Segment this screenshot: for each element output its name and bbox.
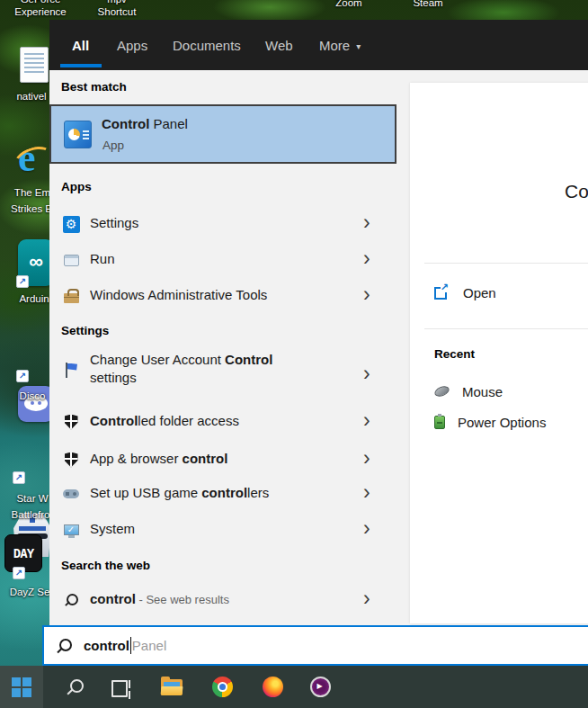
run-window-icon [64, 255, 79, 266]
divider [424, 328, 588, 329]
control-panel-icon [64, 121, 92, 148]
search-input-value: control [84, 638, 129, 653]
search-icon [57, 638, 73, 654]
tab-more[interactable]: More▾ [319, 37, 361, 56]
taskbar-search-button[interactable] [55, 666, 94, 708]
tab-apps[interactable]: Apps [117, 37, 147, 55]
label-hint: - See web results [136, 593, 229, 606]
result-label: Set up USB game controllers [90, 484, 269, 502]
tab-all[interactable]: All [72, 37, 89, 55]
section-header-settings: Settings [61, 324, 109, 337]
media-player-classic-icon [310, 677, 331, 697]
monitor-icon: ✓ [64, 524, 79, 535]
tab-web[interactable]: Web [265, 37, 293, 55]
search-input-suggestion: Panel [132, 638, 166, 653]
firefox-button[interactable] [253, 666, 292, 708]
result-row-admin-tools[interactable]: Windows Administrative Tools › [49, 277, 396, 313]
result-label: Settings [90, 214, 138, 232]
recent-header: Recent [434, 347, 475, 361]
result-row-system[interactable]: ✓ System › [49, 511, 396, 547]
result-row-controlled-folder-access[interactable]: Controlled folder access › [49, 403, 396, 439]
open-action[interactable]: Open [463, 281, 496, 306]
desktop-label-geforce: GeForce [11, 0, 70, 4]
chevron-right-icon: › [363, 246, 370, 271]
start-button[interactable] [0, 666, 43, 708]
label-match: control [90, 591, 136, 606]
desktop-label-dayz: DayZ Se [4, 587, 56, 597]
result-label: Run [90, 250, 115, 268]
desktop-label-zoom: Zoom [331, 0, 367, 8]
result-row-usb-game-controllers[interactable]: Set up USB game controllers › [49, 475, 396, 511]
best-match-subtitle: App [102, 139, 124, 152]
result-label: Controlled folder access [90, 412, 239, 430]
flag-icon [65, 363, 77, 378]
label-match: control [183, 451, 228, 466]
toolbox-icon [64, 293, 79, 303]
result-label: Windows Administrative Tools [90, 286, 267, 304]
gamepad-icon [63, 489, 79, 498]
label-match: Control [90, 413, 138, 428]
power-options-icon [434, 416, 445, 429]
tab-documents[interactable]: Documents [173, 37, 241, 55]
media-player-classic-button[interactable] [300, 666, 340, 708]
chevron-right-icon: › [363, 211, 370, 235]
preview-title: Co [565, 178, 588, 205]
shortcut-arrow-icon: ↗ [13, 471, 25, 484]
result-row-app-browser-control[interactable]: App & browser control › [49, 441, 396, 477]
section-header-best-match: Best match [61, 80, 127, 94]
shortcut-arrow-icon: ↗ [16, 275, 29, 288]
label-line2: settings [90, 370, 137, 385]
best-match-title: Control Panel [102, 116, 188, 131]
settings-gear-icon: ⚙ [63, 216, 80, 233]
result-row-uac[interactable]: Change User Account Controlsettings › [49, 347, 396, 399]
chevron-right-icon: › [363, 362, 370, 386]
best-match-item-control-panel[interactable]: Control Panel App [49, 104, 396, 164]
result-label: control - See web results [90, 590, 229, 609]
best-match-title-rest: Panel [149, 116, 188, 131]
recent-item-label: Mouse [462, 384, 503, 399]
preview-card: Co ↗ Open Recent Mouse Power Options [410, 83, 588, 623]
chevron-right-icon: › [363, 446, 370, 471]
text-caret [130, 637, 131, 654]
desktop-label-mpv: mpv [94, 0, 139, 4]
result-label: App & browser control [90, 450, 227, 468]
label-pre: Set up USB game [90, 485, 201, 500]
result-label: System [90, 520, 135, 538]
sw-band [19, 526, 46, 531]
recent-item-mouse[interactable]: Mouse [434, 381, 503, 401]
file-explorer-button[interactable] [152, 666, 192, 708]
recent-item-power-options[interactable]: Power Options [434, 412, 546, 432]
chevron-right-icon: › [363, 516, 370, 541]
result-row-run[interactable]: Run › [49, 241, 396, 277]
search-input[interactable]: control Panel [42, 625, 588, 666]
open-icon: ↗ [434, 287, 447, 300]
search-results-panel: Best match Control Panel App Apps ⚙ Sett… [49, 70, 398, 627]
result-row-web-search[interactable]: control - See web results › [49, 581, 396, 617]
chevron-right-icon: › [363, 587, 370, 611]
search-icon [66, 678, 84, 696]
label-match: Control [225, 352, 272, 367]
section-header-apps: Apps [61, 180, 92, 193]
folder-icon [161, 679, 183, 695]
chrome-button[interactable] [202, 666, 242, 708]
tab-more-label: More [319, 38, 350, 53]
desktop-label-nativel: nativel [7, 91, 56, 102]
defender-shield-icon [65, 415, 78, 430]
desktop-icon-text-file[interactable] [20, 47, 49, 83]
mouse-icon [433, 384, 451, 399]
desktop-label-experience: Experience [7, 6, 74, 17]
shortcut-arrow-icon: ↗ [16, 370, 29, 382]
firefox-icon [263, 677, 283, 697]
defender-shield-icon [65, 453, 78, 468]
label-pre: App & browser [90, 451, 183, 466]
result-row-settings[interactable]: ⚙ Settings › [49, 205, 396, 241]
label-post: lers [247, 485, 269, 500]
chrome-icon [212, 677, 233, 697]
desktop-label-discord: Disco [11, 390, 54, 401]
chevron-right-icon: › [363, 480, 370, 505]
label-post: led folder access [138, 413, 239, 428]
task-view-button[interactable] [102, 666, 141, 708]
chevron-right-icon: › [363, 408, 370, 433]
selected-tab-underline [60, 64, 102, 67]
label-pre: Change User Account [90, 352, 225, 367]
